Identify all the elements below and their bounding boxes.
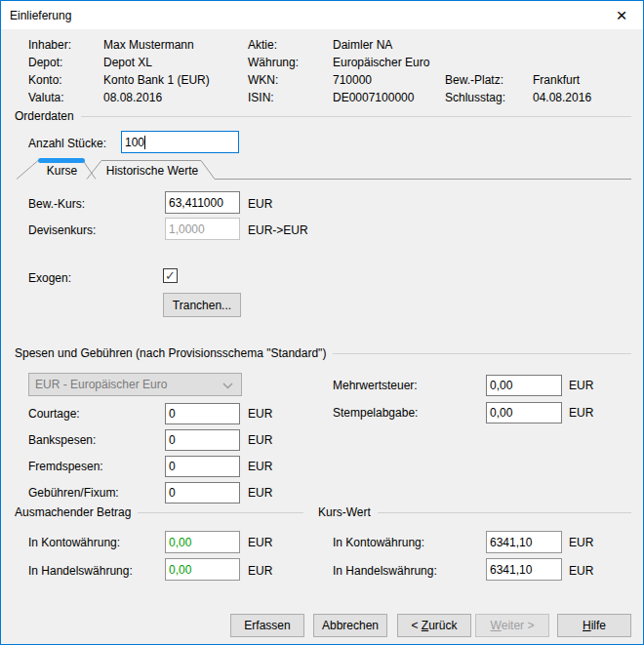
courtage-unit: EUR xyxy=(248,407,272,421)
anzahl-stuecke-value: 100 xyxy=(125,136,144,149)
stempelabgabe-unit: EUR xyxy=(569,406,593,420)
courtage-label: Courtage: xyxy=(28,407,80,421)
waehrung-label: Währung: xyxy=(248,56,299,69)
anzahl-stuecke-input[interactable]: 100 xyxy=(121,131,239,153)
spesen-group-header: Spesen und Gebühren (nach Provisionssche… xyxy=(15,346,631,360)
bankspesen-label: Bankspesen: xyxy=(28,433,96,447)
inhaber-value: Max Mustermann xyxy=(103,38,194,52)
hilfe-button-label: Hilfe xyxy=(583,619,606,632)
erfassen-button[interactable]: Erfassen xyxy=(230,614,304,637)
tranchen-button[interactable]: Tranchen... xyxy=(163,293,241,317)
gebuehren-fixum-unit: EUR xyxy=(248,486,272,500)
gebuehren-fixum-input[interactable] xyxy=(165,482,240,504)
schlusstag-value: 04.08.2016 xyxy=(533,91,591,104)
kurswert-handelswaehrung-field xyxy=(486,558,562,581)
mehrwertsteuer-label: Mehrwertsteuer: xyxy=(333,379,418,392)
erfassen-button-label: Erfassen xyxy=(244,619,290,632)
schlusstag-label: Schlusstag: xyxy=(445,91,505,104)
kurswert-kontowaehrung-field xyxy=(486,531,562,553)
konto-label: Konto: xyxy=(28,73,62,87)
devisenkurs-unit: EUR->EUR xyxy=(248,223,308,237)
betrag-handelswaehrung-label: In Handelswährung: xyxy=(28,564,133,578)
isin-value: DE0007100000 xyxy=(333,91,414,104)
fremdspesen-label: Fremdspesen: xyxy=(28,460,103,473)
bew-kurs-input[interactable] xyxy=(165,191,240,214)
aktie-label: Aktie: xyxy=(248,38,277,52)
spesen-group-label: Spesen und Gebühren (nach Provisionssche… xyxy=(15,346,326,360)
depot-value: Depot XL xyxy=(103,56,152,69)
bewplatz-label: Bew.-Platz: xyxy=(445,73,503,87)
mehrwertsteuer-unit: EUR xyxy=(569,379,593,392)
betrag-kontowaehrung-label: In Kontowährung: xyxy=(28,536,120,549)
close-button[interactable]: × xyxy=(600,1,643,29)
hilfe-button[interactable]: Hilfe xyxy=(557,614,631,637)
betrag-handelswaehrung-unit: EUR xyxy=(248,564,272,578)
currency-select-value: EUR - Europäischer Euro xyxy=(35,378,167,391)
group-separator-line xyxy=(81,116,631,117)
kurswert-kontowaehrung-label: In Kontowährung: xyxy=(333,536,424,549)
waehrung-value: Europäischer Euro xyxy=(333,56,429,69)
bew-kurs-label: Bew.-Kurs: xyxy=(28,197,85,211)
betrag-handelswaehrung-field xyxy=(165,558,240,581)
tab-historische-werte[interactable]: Historische Werte xyxy=(102,164,202,178)
betrag-kontowaehrung-field xyxy=(165,531,240,553)
konto-value: Konto Bank 1 (EUR) xyxy=(103,73,210,87)
weiter-button: Weiter > xyxy=(475,614,549,637)
kurs-wert-group-header: Kurs-Wert xyxy=(318,505,631,519)
stempelabgabe-label: Stempelabgabe: xyxy=(333,406,418,420)
orderdaten-group-label: Orderdaten xyxy=(15,109,74,123)
tranchen-button-label: Tranchen... xyxy=(173,299,231,312)
tab-kurse[interactable]: Kurse xyxy=(40,164,84,178)
tab-strip xyxy=(1,155,644,184)
currency-select: EUR - Europäischer Euro xyxy=(28,373,242,396)
text-caret xyxy=(144,136,145,149)
group-separator-line xyxy=(138,512,303,513)
valuta-label: Valuta: xyxy=(28,91,63,104)
orderdaten-group-header: Orderdaten xyxy=(15,109,631,123)
abbrechen-button-label: Abbrechen xyxy=(322,619,379,632)
wkn-value: 710000 xyxy=(333,73,372,87)
anzahl-stuecke-label: Anzahl Stücke: xyxy=(28,137,106,150)
isin-label: ISIN: xyxy=(248,91,274,104)
bew-kurs-unit: EUR xyxy=(248,197,272,211)
zurueck-button-label: < Zurück xyxy=(411,619,457,632)
betrag-kontowaehrung-unit: EUR xyxy=(248,536,272,549)
kurswert-handelswaehrung-label: In Handelswährung: xyxy=(333,564,437,578)
kurswert-kontowaehrung-unit: EUR xyxy=(569,536,593,549)
devisenkurs-label: Devisenkurs: xyxy=(28,223,96,237)
kurswert-handelswaehrung-unit: EUR xyxy=(569,564,593,578)
inhaber-label: Inhaber: xyxy=(28,38,71,52)
abbrechen-button[interactable]: Abbrechen xyxy=(313,614,387,637)
aktie-value: Daimler NA xyxy=(333,38,392,52)
close-icon: × xyxy=(616,6,626,24)
bankspesen-input[interactable] xyxy=(165,429,240,451)
fremdspesen-unit: EUR xyxy=(248,460,272,473)
group-separator-line xyxy=(378,512,631,513)
valuta-value: 08.08.2016 xyxy=(103,91,162,104)
devisenkurs-input xyxy=(165,218,240,240)
active-tab-indicator xyxy=(38,158,85,163)
exogen-label: Exogen: xyxy=(28,271,71,285)
group-separator-line xyxy=(333,353,631,354)
depot-label: Depot: xyxy=(28,56,62,69)
mehrwertsteuer-input[interactable] xyxy=(486,375,562,396)
stempelabgabe-input[interactable] xyxy=(486,402,562,423)
ausmachender-betrag-group-label: Ausmachender Betrag xyxy=(15,505,131,519)
fremdspesen-input[interactable] xyxy=(165,456,240,477)
zurueck-button[interactable]: < Zurück xyxy=(397,614,471,637)
gebuehren-fixum-label: Gebühren/Fixum: xyxy=(28,486,119,500)
einlieferung-dialog: Einlieferung × Inhaber: Max Mustermann A… xyxy=(0,0,644,645)
kurs-wert-group-label: Kurs-Wert xyxy=(318,505,371,519)
ausmachender-betrag-group-header: Ausmachender Betrag xyxy=(15,505,303,519)
window-title: Einlieferung xyxy=(10,9,71,22)
title-bar[interactable]: Einlieferung × xyxy=(1,1,643,29)
courtage-input[interactable] xyxy=(165,403,240,424)
chevron-down-icon xyxy=(222,383,233,389)
bankspesen-unit: EUR xyxy=(248,433,272,447)
bewplatz-value: Frankfurt xyxy=(533,73,580,87)
wkn-label: WKN: xyxy=(248,73,278,87)
exogen-checkbox[interactable]: ✓ xyxy=(163,268,178,283)
checkbox-check-icon: ✓ xyxy=(165,269,176,282)
weiter-button-label: Weiter > xyxy=(491,619,535,632)
